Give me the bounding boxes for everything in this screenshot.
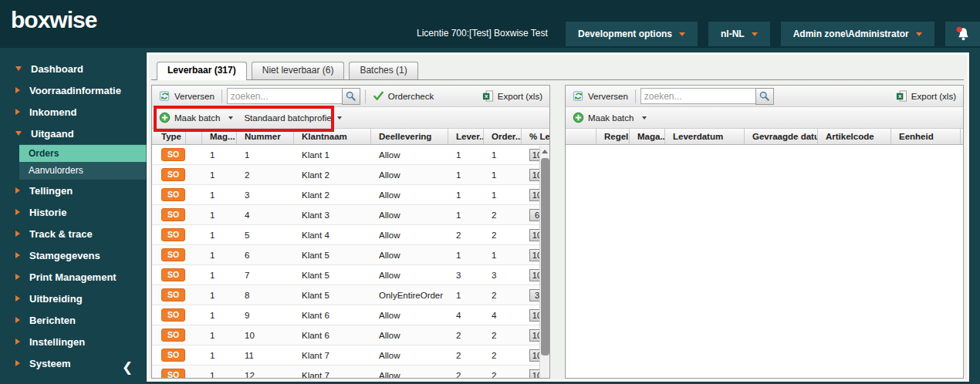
triangle-right-icon	[15, 252, 20, 258]
cell-deellevering: Allow	[371, 211, 448, 220]
search-input[interactable]	[640, 88, 756, 104]
cell-type: SO	[152, 349, 186, 362]
search-input[interactable]	[227, 88, 343, 104]
plus-circle-icon	[159, 112, 171, 123]
column-header-type[interactable]: Type	[152, 129, 186, 144]
refresh-button[interactable]: Verversen	[570, 89, 630, 103]
column-header-gevraagde-datum[interactable]: Gevraagde datum	[745, 129, 818, 144]
table-row[interactable]: SO110Klant 6Allow22100	[152, 325, 549, 345]
caret-down-icon	[337, 116, 342, 120]
cell-leverbaar: 2	[448, 351, 484, 360]
topbar-menu-development-options[interactable]: Development options	[566, 22, 698, 46]
table-row[interactable]: SO11Klant 1Allow11100	[152, 145, 549, 165]
ordercheck-button[interactable]: Ordercheck	[370, 89, 436, 103]
table-row[interactable]: SO14Klant 3Allow1262	[152, 205, 549, 225]
cell-deellevering: Allow	[371, 170, 448, 180]
search-button[interactable]	[342, 88, 360, 105]
cell-orderregels: 2	[484, 291, 522, 300]
sidebar-item-track-trace[interactable]: Track & trace	[0, 223, 147, 244]
column-header-maga[interactable]: Maga...	[630, 129, 665, 144]
column-header-klantnaam[interactable]: Klantnaam	[294, 129, 371, 144]
sidebar-subitem-aanvulorders[interactable]: Aanvulorders	[19, 162, 147, 179]
topbar-menu-nl-nl[interactable]: nl-NL	[708, 22, 770, 46]
column-header-leverdatum[interactable]: Leverdatum	[665, 129, 745, 144]
sidebar-item-label: Berichten	[29, 315, 76, 326]
sidebar-item-voorraadinformatie[interactable]: Voorraadinformatie	[0, 79, 147, 101]
search-button[interactable]	[755, 88, 774, 105]
sidebar-item-berichten[interactable]: Berichten	[0, 309, 147, 331]
notifications-button[interactable]	[945, 22, 980, 46]
cell-leverbaar: 1	[448, 150, 484, 160]
table-row[interactable]: SO111Klant 7Allow22100	[152, 345, 549, 365]
column-header-lever[interactable]: Lever...	[448, 129, 484, 144]
orders-toolbar-top: Verversen Ordercheck	[152, 86, 549, 107]
sidebar-item-print-management[interactable]: Print Management	[0, 266, 147, 288]
order-type-badge: SO	[161, 248, 185, 261]
column-header-blank[interactable]	[186, 129, 202, 144]
cell-magazijn: 1	[202, 271, 237, 280]
sidebar-item-tellingen[interactable]: Tellingen	[0, 180, 147, 201]
sidebar-item-dashboard[interactable]: Dashboard	[0, 58, 147, 79]
cell-orderregels: 2	[484, 211, 522, 220]
sidebar-item-stamgegevens[interactable]: Stamgegevens	[0, 244, 147, 266]
column-header-artikelcode[interactable]: Artikelcode	[818, 129, 891, 144]
table-row[interactable]: SO13Klant 2Allow11100	[152, 185, 549, 205]
cell-magazijn: 1	[202, 170, 237, 180]
sidebar-item-uitgaand[interactable]: Uitgaand	[0, 123, 147, 144]
column-header-mag[interactable]: Mag...	[202, 129, 237, 144]
cell-deellevering: OnlyEntireOrder	[371, 291, 448, 300]
column-header-regel[interactable]: Regel...	[596, 129, 630, 144]
column-header-order[interactable]: Order...	[484, 129, 522, 144]
sidebar-subitem-orders[interactable]: Orders	[19, 145, 147, 162]
refresh-icon	[159, 90, 171, 102]
cell-nummer: 7	[237, 271, 294, 280]
order-type-badge: SO	[161, 349, 185, 362]
sidebar-collapse-chevron-icon[interactable]: ❮	[122, 359, 133, 376]
cell-nummer: 3	[237, 190, 294, 200]
toolbar-separator	[365, 89, 366, 103]
toolbar-separator	[221, 89, 222, 103]
topbar-menu-admin-zone-administrator[interactable]: Admin zone\Administrator	[781, 22, 934, 46]
cell-nummer: 10	[237, 331, 294, 340]
make-batch-button[interactable]: Maak batch	[157, 110, 235, 125]
cell-magazijn: 1	[202, 351, 237, 360]
refresh-button[interactable]: Verversen	[157, 89, 217, 103]
batch-profile-dropdown[interactable]: Standaard batchprofiel	[242, 112, 344, 124]
table-row[interactable]: SO19Klant 6Allow44100	[152, 305, 549, 325]
vertical-scrollbar[interactable]	[539, 146, 549, 378]
column-header-nummer[interactable]: Nummer	[237, 129, 294, 144]
table-row[interactable]: SO16Klant 5Allow11100	[152, 245, 549, 265]
triangle-right-icon	[15, 109, 20, 115]
column-header-eenheid[interactable]: Eenheid	[891, 129, 961, 144]
order-type-badge: SO	[161, 188, 185, 201]
table-row[interactable]: SO18Klant 5OnlyEntireOrder1233	[152, 285, 549, 305]
export-xls-button[interactable]: x Export (xls)	[480, 89, 545, 103]
scrollbar-up-arrow[interactable]	[540, 146, 549, 157]
make-batch-button[interactable]: Maak batch	[570, 110, 649, 125]
column-header-lev[interactable]: % Lev...	[522, 129, 550, 144]
cell-leverbaar: 2	[448, 331, 484, 340]
export-xls-button[interactable]: x Export (xls)	[894, 89, 958, 103]
sidebar-item-instellingen[interactable]: Instellingen	[0, 331, 147, 352]
sidebar-item-uitbreiding[interactable]: Uitbreiding	[0, 288, 147, 309]
tab-batches[interactable]: Batches (1)	[349, 62, 417, 79]
sidebar-item-inkomend[interactable]: Inkomend	[0, 101, 147, 123]
column-header-deellevering[interactable]: Deellevering	[371, 129, 448, 144]
sidebar-item-label: Uitgaand	[31, 128, 74, 140]
cell-deellevering: Allow	[371, 311, 448, 320]
column-header-blank[interactable]	[566, 129, 596, 144]
cell-orderregels: 2	[484, 371, 522, 379]
tab-leverbaar[interactable]: Leverbaar (317)	[157, 62, 247, 80]
table-row[interactable]: SO15Klant 4Allow22100	[152, 225, 549, 245]
sidebar-item-label: Inkomend	[29, 106, 76, 118]
cell-magazijn: 1	[202, 371, 237, 379]
scrollbar-thumb[interactable]	[541, 158, 549, 355]
tab-niet-leverbaar[interactable]: Niet leverbaar (6)	[252, 62, 345, 79]
cell-type: SO	[152, 328, 186, 342]
table-row[interactable]: SO12Klant 2Allow11100	[152, 165, 549, 185]
table-row[interactable]: SO112Klant 7Allow22100	[152, 365, 549, 379]
cell-klantnaam: Klant 4	[294, 231, 371, 240]
table-row[interactable]: SO17Klant 5Allow33100	[152, 265, 549, 285]
sidebar-item-historie[interactable]: Historie	[0, 201, 147, 223]
cell-type: SO	[152, 168, 186, 181]
